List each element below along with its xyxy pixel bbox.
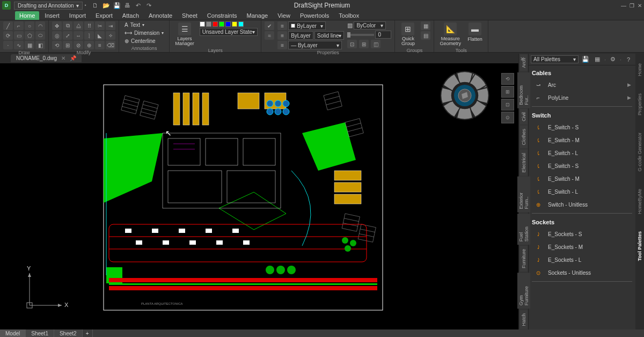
- add-sheet-button[interactable]: +: [83, 329, 93, 337]
- palette-tab-hatch[interactable]: Hatch: [520, 310, 528, 329]
- nav-rotate-button[interactable]: ⟲: [501, 73, 514, 85]
- text-button[interactable]: AText▾: [122, 21, 147, 28]
- arc-icon[interactable]: ◠: [35, 21, 45, 30]
- measure-button[interactable]: 📐 Measure Geometry: [437, 21, 463, 47]
- bycolor-selector[interactable]: ByColor▾: [354, 21, 386, 30]
- ribbon-tab-insert[interactable]: Insert: [40, 11, 64, 20]
- right-rail-tab-homebyme[interactable]: HomeByMe: [636, 185, 643, 218]
- circle-icon[interactable]: ○: [25, 21, 34, 30]
- layer-state-selector[interactable]: Unsaved Layer State▾: [200, 28, 258, 36]
- palette-save-icon[interactable]: 💾: [581, 55, 590, 64]
- stretch-icon[interactable]: ↔: [74, 31, 83, 40]
- rotate-icon[interactable]: ⟲: [52, 41, 62, 49]
- join-icon[interactable]: ⊕: [84, 41, 94, 49]
- palette-settings-icon[interactable]: ⚙: [608, 55, 618, 64]
- array-icon[interactable]: ⊞: [63, 41, 72, 49]
- line-icon[interactable]: ╱: [3, 21, 13, 30]
- break-icon[interactable]: ⊘: [74, 41, 83, 49]
- check-icon[interactable]: ✔: [265, 21, 274, 30]
- layers-manager-button[interactable]: ☰ Layers Manager: [173, 21, 196, 47]
- pin-tab-icon[interactable]: 📌: [70, 55, 76, 61]
- lineweight-selector[interactable]: — ByLayer▾: [288, 41, 342, 49]
- palette-item[interactable]: ⌐PolyLine▶: [532, 91, 632, 104]
- flatten-button[interactable]: ▬ Flatten: [465, 21, 485, 43]
- erase-icon[interactable]: ⌫: [106, 41, 115, 49]
- ribbon-tab-view[interactable]: View: [273, 11, 295, 20]
- save-icon[interactable]: 💾: [113, 2, 121, 9]
- prop-icon[interactable]: ⊡: [347, 40, 357, 48]
- ribbon-tab-constraints[interactable]: Constraints: [203, 11, 241, 20]
- ribbon-tab-home[interactable]: Home: [15, 11, 39, 20]
- palette-close-button[interactable]: ✕: [518, 55, 526, 62]
- palette-item[interactable]: ⊙Sockets - Unitless: [532, 266, 632, 279]
- right-rail-tab-tool-palettes[interactable]: Tool Palettes: [636, 227, 643, 265]
- prop-icon[interactable]: ⊞: [359, 40, 369, 48]
- ellipse-icon[interactable]: ⬭: [35, 31, 45, 40]
- trim-icon[interactable]: ✂: [95, 21, 105, 30]
- undo-icon[interactable]: ↶: [135, 2, 142, 9]
- group-opt-icon[interactable]: ▦: [421, 21, 430, 30]
- explode-icon[interactable]: ✧: [106, 31, 115, 40]
- line-selector[interactable]: ByLayer: [288, 31, 313, 40]
- palette-item[interactable]: ⤹E_Switch - L: [532, 146, 632, 159]
- close-tab-icon[interactable]: ✕: [61, 55, 65, 61]
- palette-help-icon[interactable]: ?: [624, 55, 633, 64]
- sheet-tab-model[interactable]: Model: [0, 329, 26, 337]
- close-button[interactable]: ✕: [638, 3, 642, 9]
- redo-icon[interactable]: ↷: [145, 2, 153, 9]
- palette-tab-gym-furniture[interactable]: Gym Furniture: [517, 273, 530, 309]
- ribbon-tab-toolbox[interactable]: Toolbox: [334, 11, 363, 20]
- palette-body[interactable]: Cables⤻Arc▶⌐PolyLine▶Switch⤹E_Switch - S…: [529, 65, 635, 329]
- list-icon[interactable]: ≡: [277, 41, 287, 49]
- sheet-tab-sheet1[interactable]: Sheet1: [26, 329, 54, 337]
- dimension-button[interactable]: ⟷Dimension▾: [122, 30, 166, 36]
- ribbon-tab-sheet[interactable]: Sheet: [178, 11, 202, 20]
- minimize-button[interactable]: —: [621, 3, 626, 9]
- drawing-canvas[interactable]: ↖: [0, 63, 518, 329]
- palette-tab-clothes[interactable]: Clothes: [520, 126, 528, 149]
- scale-icon[interactable]: ⤢: [63, 31, 72, 40]
- palette-tab-exterior-furn-[interactable]: Exterior Furn..: [517, 177, 530, 213]
- maximize-button[interactable]: ❐: [630, 3, 634, 9]
- palette-tab-civil[interactable]: Civil: [520, 109, 528, 124]
- list-icon[interactable]: ≡: [277, 31, 287, 40]
- chamfer-icon[interactable]: ◣: [95, 31, 105, 40]
- palette-item[interactable]: ⤹E_Switch - M: [532, 134, 632, 146]
- list-icon[interactable]: ≡: [277, 21, 287, 30]
- extend-icon[interactable]: ⇥: [106, 21, 115, 30]
- hatch-icon[interactable]: ▦: [25, 41, 34, 49]
- move-icon[interactable]: ✥: [52, 21, 62, 30]
- palette-item[interactable]: ⤻Arc▶: [532, 78, 632, 91]
- workspace-selector[interactable]: Drafting and Annotation ▾: [14, 2, 83, 10]
- ribbon-tab-manage[interactable]: Manage: [242, 11, 272, 20]
- prop-icon[interactable]: ◫: [371, 40, 380, 48]
- nav-home-button[interactable]: ⊙: [501, 112, 514, 123]
- nav-view-button[interactable]: ⊡: [501, 99, 514, 111]
- match-props-icon[interactable]: ≈: [265, 31, 274, 40]
- linestyle-selector[interactable]: Solid line▾: [314, 31, 345, 40]
- copy-icon[interactable]: ⧉: [63, 21, 72, 30]
- new-icon[interactable]: 🗋: [92, 2, 99, 9]
- print-icon[interactable]: 🖶: [124, 2, 131, 9]
- rotate-tool-icon[interactable]: ⟳: [3, 31, 13, 40]
- ribbon-tab-attach[interactable]: Attach: [118, 11, 143, 20]
- ribbon-tab-powertools[interactable]: Powertools: [296, 11, 333, 20]
- sheet-tab-sheet2[interactable]: Sheet2: [54, 329, 83, 337]
- polyline-icon[interactable]: ⌐: [14, 21, 24, 30]
- quick-group-button[interactable]: ⊞ Quick Group: [398, 21, 418, 47]
- palette-item[interactable]: ⤹E_Switch - L: [532, 185, 632, 198]
- align-icon[interactable]: ≡: [95, 41, 105, 49]
- color-selector[interactable]: ByLayer▾: [288, 21, 326, 30]
- ribbon-tab-annotate[interactable]: Annotate: [144, 11, 177, 20]
- polygon-icon[interactable]: ⬠: [25, 31, 34, 40]
- view-navigator-wheel[interactable]: [438, 69, 492, 122]
- right-rail-tab-home[interactable]: Home: [636, 59, 643, 80]
- layer-color-swatches[interactable]: [200, 21, 258, 27]
- open-icon[interactable]: 📂: [103, 2, 110, 9]
- palette-item[interactable]: ⤸E_Sockets - S: [532, 228, 632, 240]
- palette-item[interactable]: ⤸E_Sockets - L: [532, 253, 632, 266]
- palette-item[interactable]: ⤹E_Switch - S: [532, 159, 632, 172]
- ribbon-tab-import[interactable]: Import: [65, 11, 90, 20]
- palette-tab-furniture[interactable]: Furniture: [520, 246, 528, 272]
- ribbon-tab-export[interactable]: Export: [91, 11, 117, 20]
